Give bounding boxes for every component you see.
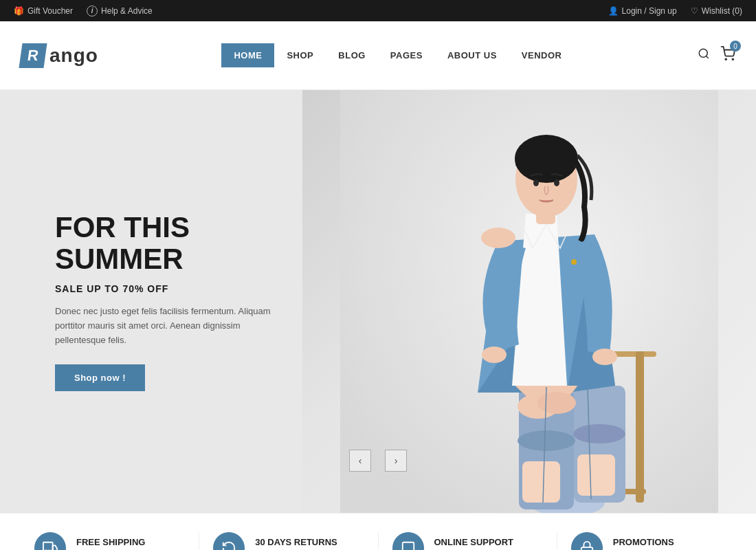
svg-rect-6 bbox=[636, 351, 644, 503]
shop-now-button[interactable]: Shop now ! bbox=[55, 364, 145, 391]
help-advice-label: Help & Advice bbox=[101, 6, 153, 16]
hero-description: Donec nec justo eget felis facilisis fer… bbox=[55, 305, 289, 347]
top-bar: 🎁 Gift Voucher i Help & Advice 👤 Login /… bbox=[0, 0, 756, 21]
wishlist-link[interactable]: ♡ Wishlist (0) bbox=[691, 6, 742, 16]
login-label: Login / Sign up bbox=[622, 6, 677, 16]
svg-point-20 bbox=[554, 179, 559, 186]
shipping-icon bbox=[34, 532, 66, 551]
top-bar-right: 👤 Login / Sign up ♡ Wishlist (0) bbox=[608, 6, 742, 16]
promotions-text: PROMOTIONS 10% Member Discount bbox=[613, 537, 696, 551]
svg-point-3 bbox=[732, 58, 733, 60]
hero-content: FOR THIS SUMMER SALE UP TO 70% OFF Donec… bbox=[0, 212, 289, 392]
logo-text: ango bbox=[49, 45, 98, 67]
logo-icon: R bbox=[19, 43, 47, 68]
promotions-title: PROMOTIONS bbox=[613, 537, 696, 547]
svg-point-13 bbox=[573, 424, 625, 443]
nav-home[interactable]: HOME bbox=[221, 43, 274, 67]
heart-icon: ♡ bbox=[691, 6, 698, 16]
top-bar-left: 🎁 Gift Voucher i Help & Advice bbox=[14, 6, 153, 16]
search-icon bbox=[698, 47, 710, 60]
support-title: ONLINE SUPPORT bbox=[434, 537, 538, 547]
cart-button[interactable]: 0 bbox=[720, 46, 735, 65]
svg-rect-15 bbox=[577, 454, 615, 496]
user-icon: 👤 bbox=[608, 6, 619, 16]
shipping-title: FREE SHIPPING bbox=[76, 537, 168, 547]
lock-icon bbox=[579, 540, 594, 551]
svg-point-26 bbox=[592, 349, 617, 365]
info-returns: 30 DAYS RETURNS Money Back Guarantee bbox=[199, 532, 378, 551]
svg-rect-32 bbox=[43, 542, 53, 550]
wishlist-label: Wishlist (0) bbox=[702, 6, 742, 16]
info-bar: FREE SHIPPING For All Orders Over $220 3… bbox=[0, 513, 756, 550]
cart-count: 0 bbox=[730, 41, 741, 52]
header-icons: 0 bbox=[698, 46, 735, 65]
help-advice-link[interactable]: i Help & Advice bbox=[87, 6, 153, 16]
svg-point-0 bbox=[699, 49, 707, 57]
svg-point-25 bbox=[482, 346, 507, 363]
hero-subtitle: SALE UP TO 70% OFF bbox=[55, 283, 289, 294]
info-support: ONLINE SUPPORT Free support 24/7 Per Wee… bbox=[379, 532, 557, 551]
svg-rect-14 bbox=[522, 461, 560, 503]
slider-next-button[interactable]: › bbox=[385, 450, 407, 472]
header: R ango HOME SHOP BLOG PAGES ABOUT US VEN… bbox=[0, 21, 756, 90]
shipping-text: FREE SHIPPING For All Orders Over $220 bbox=[76, 537, 168, 551]
nav-about[interactable]: ABOUT US bbox=[435, 43, 509, 67]
returns-title: 30 DAYS RETURNS bbox=[255, 537, 342, 547]
slider-prev-button[interactable]: ‹ bbox=[349, 450, 371, 472]
truck-icon bbox=[43, 540, 58, 551]
svg-point-28 bbox=[537, 392, 576, 414]
nav-blog[interactable]: BLOG bbox=[326, 43, 378, 67]
support-text: ONLINE SUPPORT Free support 24/7 Per Wee… bbox=[434, 537, 538, 551]
gift-icon: 🎁 bbox=[14, 6, 24, 16]
hero-section: FOR THIS SUMMER SALE UP TO 70% OFF Donec… bbox=[0, 90, 756, 513]
main-nav: HOME SHOP BLOG PAGES ABOUT US VENDOR bbox=[221, 43, 574, 67]
svg-line-1 bbox=[706, 56, 708, 58]
login-link[interactable]: 👤 Login / Sign up bbox=[608, 6, 677, 16]
support-icon bbox=[392, 532, 424, 551]
returns-text: 30 DAYS RETURNS Money Back Guarantee bbox=[255, 537, 342, 551]
svg-point-29 bbox=[481, 228, 515, 248]
svg-point-2 bbox=[725, 58, 726, 60]
search-button[interactable] bbox=[698, 47, 710, 63]
nav-vendor[interactable]: VENDOR bbox=[509, 43, 575, 67]
hero-title: FOR THIS SUMMER bbox=[55, 212, 289, 275]
nav-pages[interactable]: PAGES bbox=[378, 43, 435, 67]
returns-icon-svg bbox=[221, 540, 236, 551]
logo[interactable]: R ango bbox=[21, 43, 98, 68]
slider-controls: ‹ › bbox=[349, 450, 407, 472]
info-shipping: FREE SHIPPING For All Orders Over $220 bbox=[21, 532, 199, 551]
support-icon-svg bbox=[401, 540, 416, 551]
svg-point-12 bbox=[518, 430, 575, 451]
help-icon: i bbox=[87, 6, 98, 16]
info-promotions: PROMOTIONS 10% Member Discount bbox=[557, 532, 735, 551]
gift-voucher-label: Gift Voucher bbox=[27, 6, 73, 16]
returns-icon bbox=[213, 532, 245, 551]
svg-point-21 bbox=[571, 259, 577, 265]
nav-shop[interactable]: SHOP bbox=[274, 43, 326, 67]
promotions-icon bbox=[571, 532, 603, 551]
svg-rect-35 bbox=[581, 547, 593, 550]
gift-voucher-link[interactable]: 🎁 Gift Voucher bbox=[14, 6, 73, 16]
svg-point-19 bbox=[533, 179, 539, 186]
